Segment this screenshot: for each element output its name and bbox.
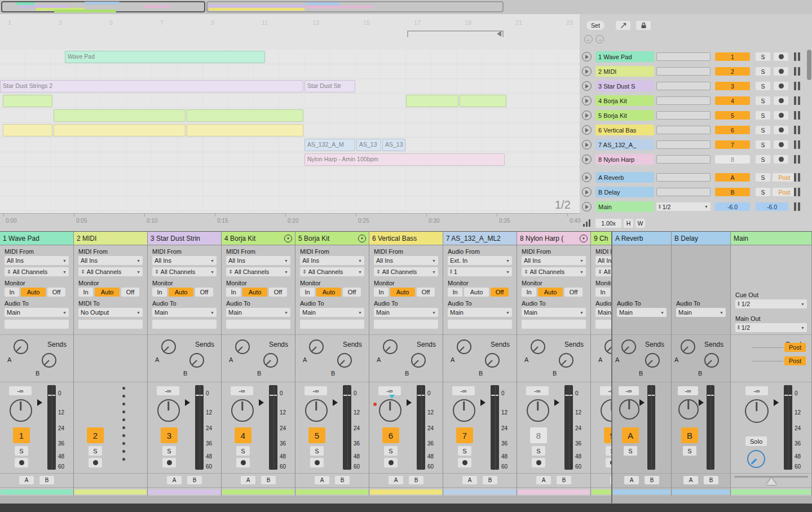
output-chooser[interactable]: Main▼	[522, 308, 586, 317]
track-activator[interactable]: A	[622, 427, 639, 443]
arm-button[interactable]	[15, 458, 28, 467]
monitor-in-button[interactable]: In	[522, 288, 536, 297]
monitor-off-button[interactable]: Off	[491, 288, 509, 297]
loop-brace[interactable]	[407, 30, 504, 37]
arm-button[interactable]	[532, 458, 545, 467]
channel-header[interactable]: Main ▼	[731, 232, 811, 245]
crossfade-b-button[interactable]: B	[704, 476, 718, 484]
crossfade-a-button[interactable]: A	[536, 476, 551, 484]
input-type-chooser[interactable]: All Ins▼	[226, 256, 290, 265]
input-channel-chooser[interactable]: ‖ 1▼	[448, 267, 512, 276]
pan-knob[interactable]	[601, 399, 612, 422]
cue-post-toggle[interactable]: Post	[784, 343, 806, 352]
monitor-off-button[interactable]: Off	[343, 288, 361, 297]
volume-display[interactable]: -∞	[745, 386, 768, 395]
send-a-knob[interactable]	[457, 339, 471, 354]
send-a-knob[interactable]	[14, 339, 28, 354]
width-zoom-button[interactable]: W	[636, 219, 645, 228]
fold-chevron-icon[interactable]: ▼	[284, 235, 292, 242]
crossfade-b-button[interactable]: B	[409, 476, 423, 484]
arm-button[interactable]	[774, 82, 788, 90]
nudge-back-button[interactable]: ←	[584, 35, 593, 43]
arrangement-clip[interactable]	[187, 124, 303, 136]
pan-knob[interactable]	[157, 399, 180, 422]
pan-knob[interactable]	[745, 399, 769, 423]
send-b-knob[interactable]	[411, 353, 426, 368]
input-type-chooser[interactable]: All Ins▼	[374, 256, 438, 265]
track-play-icon[interactable]	[582, 111, 592, 120]
volume-db-chip[interactable]: -6.0	[756, 202, 788, 211]
output-chooser[interactable]: Main▼	[374, 308, 438, 317]
track-activator[interactable]: 1	[715, 52, 750, 61]
channel-header[interactable]: A Reverb ▼	[612, 232, 671, 245]
track-play-icon[interactable]	[582, 67, 592, 76]
monitor-auto-button[interactable]: Auto	[169, 288, 193, 297]
volume-display[interactable]: -∞	[678, 386, 698, 395]
send-b-knob[interactable]	[337, 353, 352, 368]
arm-button[interactable]	[458, 458, 471, 467]
output-chooser[interactable]: Main▼	[676, 308, 726, 317]
solo-button[interactable]: S	[756, 126, 770, 134]
pan-knob[interactable]	[453, 399, 475, 422]
monitor-off-button[interactable]: Off	[195, 288, 213, 297]
solo-button[interactable]: S	[683, 446, 696, 456]
track-activator[interactable]: 4	[235, 427, 251, 443]
input-channel-chooser[interactable]: ⇕ All Channels▼	[78, 267, 143, 276]
send-a-knob[interactable]	[383, 339, 398, 354]
track-activator[interactable]: 5	[308, 427, 325, 443]
track-play-icon[interactable]	[582, 187, 592, 197]
monitor-off-button[interactable]: Off	[564, 288, 582, 297]
track-activator[interactable]: 3	[161, 427, 178, 443]
monitor-in-button[interactable]: In	[374, 288, 389, 297]
send-a-knob[interactable]	[235, 339, 250, 354]
monitor-in-button[interactable]: In	[595, 288, 610, 297]
draw-mode-button[interactable]	[616, 21, 630, 30]
arrangement-clip[interactable]	[187, 109, 303, 122]
channel-header[interactable]: 1 Wave Pad ▼	[0, 232, 73, 245]
send-b-knob[interactable]	[485, 353, 500, 368]
input-channel-chooser[interactable]: ⇕ All Channels▼	[5, 267, 69, 276]
send-a-knob[interactable]	[681, 339, 695, 354]
playback-speed-chip[interactable]: 1.00x	[595, 219, 621, 228]
track-activator[interactable]: 4	[715, 96, 750, 105]
main-output-chooser[interactable]: ‖ 1/2 ▼	[656, 202, 710, 211]
channel-header[interactable]: B Delay ▼	[672, 232, 730, 245]
pan-knob[interactable]	[678, 399, 699, 420]
send-b-knob[interactable]	[189, 353, 204, 368]
channel-header[interactable]: 6 Vertical Bass ▼	[369, 232, 443, 245]
output-chooser[interactable]: Main▼	[595, 308, 612, 317]
track-name-chip[interactable]: 4 Borja Kit	[595, 95, 654, 106]
crossfade-b-button[interactable]: B	[557, 476, 571, 484]
track-play-icon[interactable]	[582, 96, 592, 105]
arrangement-clip[interactable]: AS_132_A_M	[304, 139, 355, 151]
monitor-off-button[interactable]: Off	[417, 288, 435, 297]
arrangement-clip[interactable]: AS_13	[382, 139, 405, 151]
crossfade-a-button[interactable]: A	[624, 476, 639, 484]
arrangement-clip[interactable]	[460, 95, 506, 107]
crossfade-b-button[interactable]: B	[483, 476, 497, 484]
arm-button[interactable]	[162, 458, 176, 467]
track-activator[interactable]: 2	[87, 427, 104, 443]
track-name-chip[interactable]: B Delay	[595, 187, 654, 197]
output-channel-chooser[interactable]	[226, 320, 290, 329]
pan-knob[interactable]	[527, 399, 549, 422]
monitor-in-button[interactable]: In	[78, 288, 93, 297]
volume-display[interactable]: -∞	[231, 386, 253, 395]
input-channel-chooser[interactable]: ⇕ All Channels▼	[300, 267, 364, 276]
solo-button[interactable]: S	[162, 446, 176, 456]
arm-button[interactable]	[236, 458, 250, 467]
solo-button[interactable]: S	[15, 446, 28, 456]
input-channel-chooser[interactable]: ⇕ All Channels▼	[522, 267, 586, 276]
time-ruler[interactable]: 0:000:050:100:150:200:250:300:350:40	[0, 213, 580, 228]
track-play-icon[interactable]	[582, 81, 592, 91]
cue-volume-knob[interactable]	[747, 450, 765, 468]
pan-knob[interactable]	[10, 399, 32, 422]
crossfade-a-button[interactable]: A	[683, 476, 698, 484]
track-activator[interactable]: 7	[715, 140, 750, 149]
input-type-chooser[interactable]: All Ins▼	[5, 256, 69, 265]
arrangement-clip[interactable]	[54, 109, 186, 122]
monitor-off-button[interactable]: Off	[269, 288, 287, 297]
output-channel-chooser[interactable]	[300, 320, 364, 329]
pan-knob[interactable]	[619, 399, 639, 420]
monitor-off-button[interactable]: Off	[121, 288, 139, 297]
